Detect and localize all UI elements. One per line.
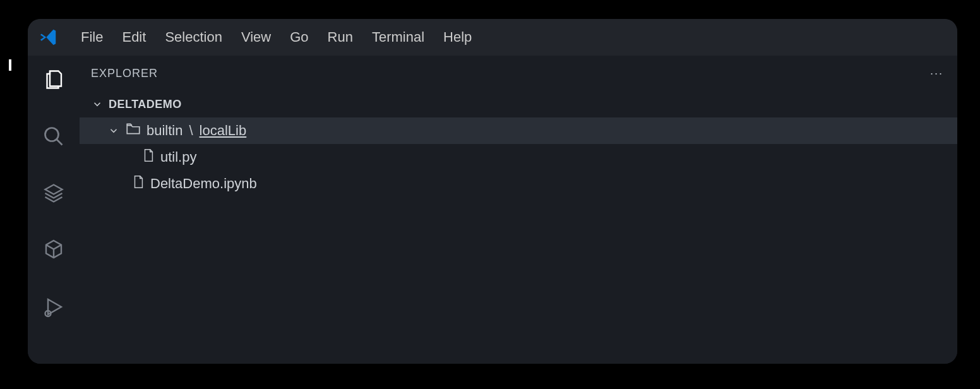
title-bar: File Edit Selection View Go Run Terminal… xyxy=(28,19,957,56)
tree-file-deltademo[interactable]: DeltaDemo.ipynb xyxy=(80,171,957,197)
more-actions-icon[interactable]: ··· xyxy=(930,67,943,80)
menu-file[interactable]: File xyxy=(81,29,103,45)
path-separator: \ xyxy=(189,123,193,139)
svg-line-1 xyxy=(57,140,63,145)
tree-file-util[interactable]: util.py xyxy=(80,144,957,171)
file-label: util.py xyxy=(160,149,196,165)
file-icon xyxy=(131,174,145,193)
extensions-icon[interactable] xyxy=(41,237,66,263)
menu-run[interactable]: Run xyxy=(328,29,353,45)
menu-go[interactable]: Go xyxy=(290,29,308,45)
file-icon xyxy=(141,148,155,167)
activity-bar xyxy=(28,56,80,364)
tree-root[interactable]: DELTADEMO xyxy=(80,91,957,117)
explorer-sidebar: EXPLORER ··· DELTADEMO xyxy=(80,56,957,364)
menu-edit[interactable]: Edit xyxy=(122,29,146,45)
tree-folder-locallib[interactable]: builtin \ localLib xyxy=(80,117,957,144)
sidebar-title: EXPLORER xyxy=(91,67,158,80)
file-label: DeltaDemo.ipynb xyxy=(150,176,257,192)
folder-open-icon xyxy=(125,121,141,141)
body-area: EXPLORER ··· DELTADEMO xyxy=(28,56,957,364)
root-folder-label: DELTADEMO xyxy=(109,98,182,111)
decorative-dash xyxy=(9,59,11,71)
folder-prefix-label: builtin xyxy=(146,123,182,139)
file-tree: DELTADEMO builtin \ localLib xyxy=(80,91,957,364)
svg-point-0 xyxy=(45,128,59,141)
source-control-icon[interactable] xyxy=(41,181,66,206)
run-debug-icon[interactable] xyxy=(41,294,66,320)
menu-selection[interactable]: Selection xyxy=(165,29,222,45)
folder-name-label: localLib xyxy=(200,123,247,139)
search-icon[interactable] xyxy=(41,124,66,149)
chevron-down-icon xyxy=(91,98,104,111)
menu-terminal[interactable]: Terminal xyxy=(372,29,424,45)
vscode-logo-icon xyxy=(39,28,58,47)
menu-help[interactable]: Help xyxy=(443,29,472,45)
menu-view[interactable]: View xyxy=(241,29,271,45)
chevron-down-icon xyxy=(107,124,120,137)
sidebar-header: EXPLORER ··· xyxy=(80,56,957,91)
vscode-window: File Edit Selection View Go Run Terminal… xyxy=(28,19,957,364)
explorer-icon[interactable] xyxy=(41,67,66,92)
